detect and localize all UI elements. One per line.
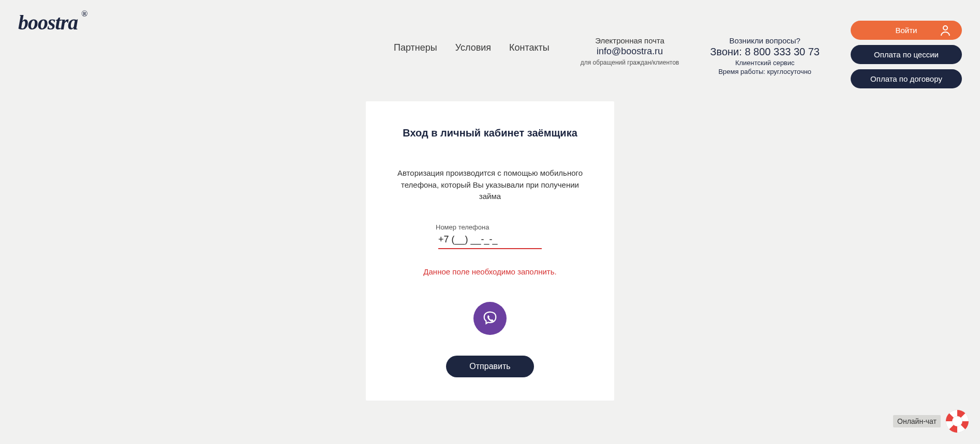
login-button-label: Войти [896,26,917,35]
nav-terms[interactable]: Условия [455,42,491,53]
phone-input[interactable] [438,234,542,245]
phone-number[interactable]: Звони: 8 800 333 30 73 [710,46,820,58]
login-desc: Авторизация производится с помощью мобил… [397,167,583,203]
login-title: Вход в личный кабинет заёмщика [397,127,583,139]
header: boostra® Партнеры Условия Контакты Элект… [0,0,980,88]
logo[interactable]: boostra® [18,10,78,35]
login-button[interactable]: Войти [851,21,962,40]
logo-text: boostra [18,11,78,34]
chat-label: Онлайн-чат [893,415,941,427]
phone-block: Возникли вопросы? Звони: 8 800 333 30 73… [710,36,820,75]
registered-mark: ® [81,9,87,19]
call-prefix: Звони: [710,46,745,57]
main-nav: Партнеры Условия Контакты [394,42,550,53]
nav-partners[interactable]: Партнеры [394,42,437,53]
call-number: 8 800 333 30 73 [745,46,820,57]
viber-button[interactable] [473,302,507,335]
pay-cession-button[interactable]: Оплата по цессии [851,45,962,64]
email-label: Электронная почта [581,36,679,45]
phone-hours: Время работы: круглосуточно [710,68,820,75]
chat-widget: Онлайн-чат [893,409,970,434]
user-icon [940,25,951,36]
validation-error: Данное поле необходимо заполнить. [397,267,583,276]
submit-button[interactable]: Отправить [446,356,533,377]
email-sub: для обращений граждан/клиентов [581,59,679,66]
phone-field-label: Номер телефона [436,223,583,231]
login-card: Вход в личный кабинет заёмщика Авторизац… [366,101,614,401]
svg-point-0 [943,26,947,30]
nav-contacts[interactable]: Контакты [509,42,550,53]
phone-input-wrap [438,234,542,249]
email-block: Электронная почта info@boostra.ru для об… [581,36,679,66]
pay-contract-button[interactable]: Оплата по договору [851,69,962,88]
phone-question: Возникли вопросы? [710,36,820,45]
viber-icon [482,311,498,326]
phone-service: Клиентский сервис [710,59,820,67]
lifebuoy-icon[interactable] [945,409,970,434]
email-address[interactable]: info@boostra.ru [581,46,679,57]
header-actions: Войти Оплата по цессии Оплата по договор… [851,21,962,88]
